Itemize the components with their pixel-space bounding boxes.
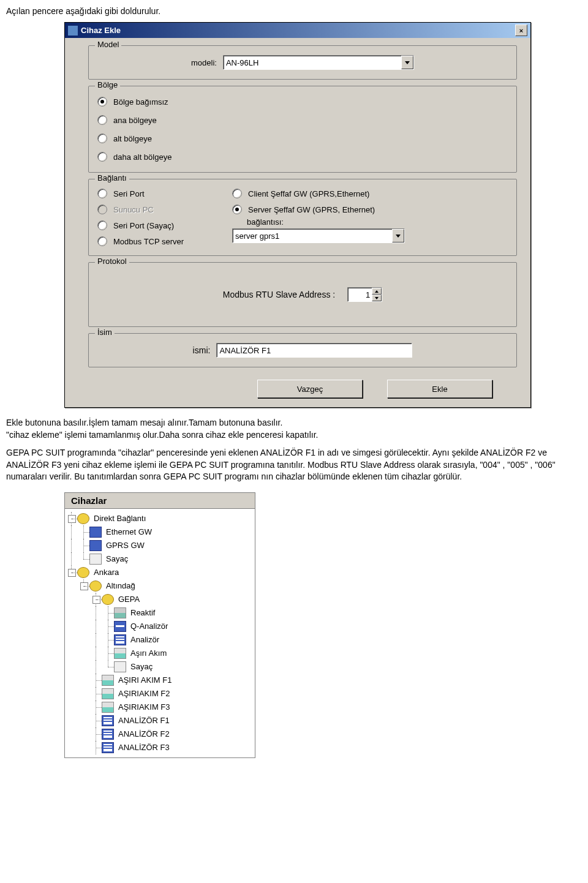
isim-input[interactable] (216, 343, 412, 358)
spinner-up-icon[interactable] (372, 288, 382, 295)
tree-item[interactable]: Reaktif (65, 606, 255, 620)
tree-item[interactable]: Sayaç (65, 552, 255, 566)
radio-label: Bölge bağımsız (113, 97, 168, 107)
radio-icon[interactable] (97, 189, 107, 198)
reaktif-icon (114, 607, 126, 618)
tree-item[interactable]: Ethernet GW (65, 525, 255, 539)
tree-label: Ethernet GW (105, 527, 152, 536)
tree-label: Altındağ (105, 581, 135, 590)
tree-label: Aşırı Akım (129, 648, 167, 658)
close-button[interactable]: × (515, 24, 527, 36)
baglanti-modbustcp[interactable]: Modbus TCP server (97, 233, 220, 249)
folder-icon (77, 567, 89, 578)
radio-icon[interactable] (97, 220, 107, 230)
cancel-button[interactable]: Vazgeç (257, 380, 363, 398)
analiz-icon (102, 715, 114, 726)
tree-label: Ankara (92, 568, 119, 577)
tree-item[interactable]: -Direkt Bağlantı (65, 512, 255, 525)
bolge-option-2[interactable]: alt bölgeye (97, 129, 508, 148)
bolge-option-1[interactable]: ana bölgeye (97, 111, 508, 129)
baglantisi-input[interactable] (233, 231, 392, 241)
baglantisi-label: bağlantısı: (232, 217, 508, 228)
analiz-icon (114, 634, 126, 645)
gprs-icon (89, 540, 102, 551)
expander-icon[interactable]: - (68, 515, 76, 523)
tree-item[interactable]: ANALİZÖR F3 (65, 741, 255, 754)
baglanti-fieldset: Bağlantı Seri Port Sunucu PC Seri Port (… (88, 179, 517, 256)
tree-label: Direkt Bağlantı (92, 514, 146, 523)
tree-item[interactable]: AŞIRI AKIM F1 (65, 674, 255, 687)
tree-header: Cihazlar (65, 493, 255, 509)
qanaliz-icon (114, 621, 126, 632)
tree-label: Reaktif (129, 608, 155, 617)
radio-label: Sunucu PC (113, 205, 154, 214)
tree-item[interactable]: Aşırı Akım (65, 647, 255, 660)
radio-icon[interactable] (97, 97, 107, 107)
tree-label: Analizör (129, 635, 159, 644)
radio-icon[interactable] (97, 152, 107, 162)
baglantisi-dropdown[interactable] (232, 228, 405, 243)
tree-item[interactable]: ANALİZÖR F2 (65, 727, 255, 741)
sayac-icon (114, 661, 126, 672)
asiri-icon (102, 675, 114, 686)
expander-icon[interactable]: - (68, 569, 76, 577)
tree-item[interactable]: GPRS GW (65, 539, 255, 552)
tree-item[interactable]: ANALİZÖR F1 (65, 714, 255, 727)
tree-label: GEPA (117, 595, 140, 604)
model-dropdown[interactable] (223, 55, 414, 70)
bolge-fieldset: Bölge Bölge bağımsız ana bölgeye alt böl… (88, 86, 517, 173)
tree-item[interactable]: AŞIRIAKIM F3 (65, 701, 255, 714)
radio-label: daha alt bölgeye (113, 152, 172, 162)
baglanti-sunucupc: Sunucu PC (97, 201, 220, 217)
baglanti-seriport[interactable]: Seri Port (97, 186, 220, 201)
asiri-icon (102, 702, 114, 713)
baglanti-clientgw[interactable]: Client Şeffaf GW (GPRS,Ethernet) (232, 186, 508, 201)
baglanti-seriport-sayac[interactable]: Seri Port (Sayaç) (97, 217, 220, 233)
isim-legend: İsim (95, 328, 115, 337)
modbus-address-input[interactable] (348, 288, 372, 301)
chevron-down-icon[interactable] (401, 56, 413, 69)
dialog-title: Cihaz Ekle (81, 26, 121, 35)
tree-label: ANALİZÖR F2 (117, 729, 170, 738)
tree-item[interactable]: -GEPA (65, 593, 255, 606)
tree-label: Sayaç (105, 554, 128, 563)
isim-label: ismi: (193, 345, 211, 355)
modbus-address-spinner[interactable] (347, 287, 382, 302)
radio-icon[interactable] (97, 115, 107, 125)
spinner-down-icon[interactable] (372, 295, 382, 301)
app-icon (68, 26, 78, 36)
titlebar: Cihaz Ekle × (65, 23, 530, 38)
chevron-down-icon[interactable] (392, 229, 404, 242)
radio-label: alt bölgeye (113, 134, 152, 143)
tree-label: GPRS GW (105, 541, 145, 550)
radio-label: Seri Port (Sayaç) (113, 221, 174, 230)
radio-icon[interactable] (232, 189, 242, 198)
radio-label: Modbus TCP server (113, 237, 184, 246)
tree-label: Sayaç (129, 662, 153, 671)
radio-icon[interactable] (97, 236, 107, 246)
expander-icon[interactable]: - (92, 596, 100, 604)
body-paragraph: Ekle butonuna basılır.İşlem tamam mesajı… (6, 417, 582, 483)
expander-icon[interactable]: - (80, 582, 88, 590)
tree-item[interactable]: -Ankara (65, 566, 255, 579)
tree-item[interactable]: Analizör (65, 633, 255, 647)
radio-icon (97, 205, 107, 214)
model-input[interactable] (224, 58, 401, 67)
bolge-option-0[interactable]: Bölge bağımsız (97, 92, 508, 111)
tree-item[interactable]: Sayaç (65, 660, 255, 674)
model-legend: Model (95, 40, 121, 49)
intro-text: Açılan pencere aşağıdaki gibi doldurulur… (6, 6, 582, 16)
tree-item[interactable]: Q-Analizör (65, 620, 255, 633)
asiri-icon (102, 688, 114, 699)
radio-icon[interactable] (97, 133, 107, 143)
protokol-fieldset: Protokol Modbus RTU Slave Address : (88, 262, 517, 327)
model-fieldset: Model modeli: (88, 45, 517, 80)
tree-panel: Cihazlar -Direkt BağlantıEthernet GWGPRS… (64, 492, 255, 758)
tree-item[interactable]: -Altındağ (65, 579, 255, 593)
radio-label: ana bölgeye (113, 116, 157, 125)
bolge-option-3[interactable]: daha alt bölgeye (97, 148, 508, 166)
baglanti-servergw[interactable]: Server Şeffaf GW (GPRS, Ethernet) (232, 201, 508, 217)
tree-item[interactable]: AŞIRIAKIM F2 (65, 687, 255, 701)
radio-icon[interactable] (232, 205, 242, 214)
ok-button[interactable]: Ekle (387, 380, 492, 398)
